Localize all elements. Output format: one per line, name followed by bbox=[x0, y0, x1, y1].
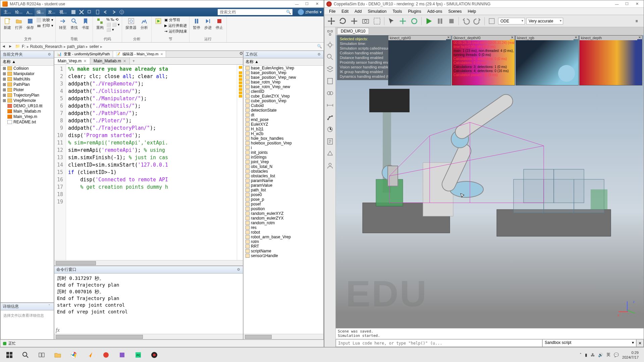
workspace-var[interactable]: base_EulerAngles_Vrep bbox=[244, 66, 323, 70]
pane-menu-icon[interactable]: ⊙ bbox=[236, 267, 241, 272]
maximize-button[interactable]: ☐ bbox=[302, 1, 312, 7]
close-button[interactable]: ✕ bbox=[312, 1, 322, 7]
scene-tab[interactable]: DEMO_UR10 bbox=[337, 28, 369, 35]
bookmark-button[interactable]: 书签 bbox=[80, 17, 91, 31]
cut-icon[interactable] bbox=[79, 9, 84, 15]
workspace-var[interactable]: inStrings bbox=[244, 155, 323, 160]
paste-icon[interactable] bbox=[95, 9, 100, 15]
camera-button[interactable] bbox=[361, 16, 371, 26]
app-taskbar-button[interactable] bbox=[114, 348, 130, 362]
workspace-var[interactable]: paramValue bbox=[244, 183, 323, 188]
workspace-var[interactable]: random_eulerXYZ bbox=[244, 211, 323, 216]
print-button[interactable]: 打印 ▾ bbox=[37, 23, 53, 28]
workspace-var[interactable]: cube_EulerZYX_Vrep bbox=[244, 94, 323, 99]
close-icon[interactable]: ✕ bbox=[84, 59, 87, 63]
step-button[interactable]: 步进 bbox=[203, 17, 213, 31]
workspace-var[interactable]: robot bbox=[244, 230, 323, 235]
menu-add-ons[interactable]: Add-ons bbox=[425, 8, 445, 14]
workspace-var[interactable]: hole_box_handles bbox=[244, 136, 323, 141]
system-tray[interactable]: ˄ ▮ 🖧 🔊 英 💬 0:29 2024/7/17 bbox=[576, 350, 643, 360]
workspace-pane-title[interactable]: 工作区⊙ bbox=[244, 51, 323, 58]
find-button[interactable]: 查找 bbox=[69, 17, 79, 31]
tab-plots[interactable]: 绘... bbox=[13, 8, 24, 16]
workspace-var[interactable]: sensor1Handle bbox=[244, 253, 323, 258]
close-icon[interactable]: ✕ bbox=[160, 52, 163, 56]
code-fmt-row1[interactable]: % ‰ ⟲ bbox=[106, 17, 120, 22]
menu-simulation[interactable]: Simulation bbox=[365, 8, 389, 14]
menu-scenes[interactable]: Scenes bbox=[446, 8, 465, 14]
move-obj-button[interactable] bbox=[398, 16, 408, 26]
folder-item[interactable]: ⊞TrajectoryPlan bbox=[1, 93, 54, 98]
workspace-var[interactable]: pose0 bbox=[244, 192, 323, 197]
file-item[interactable]: Main_Vrep.m bbox=[1, 114, 54, 119]
file-item[interactable]: Main_Matlab.m bbox=[1, 109, 54, 114]
close-icon[interactable]: ✕ bbox=[446, 36, 451, 39]
workspace-var[interactable]: clientID bbox=[244, 89, 323, 94]
folder-column-header[interactable]: 名称 ▲ bbox=[1, 58, 54, 66]
marker-column[interactable] bbox=[237, 65, 243, 260]
breadcrumb-2[interactable]: path_plan bbox=[67, 44, 85, 49]
variable-tab[interactable]: 📊 变量 - uniformlySimplifyPath bbox=[54, 51, 113, 57]
editor-file-tab-2[interactable]: Main_Matlab.m✕ bbox=[90, 58, 130, 64]
workspace-var[interactable]: dt bbox=[244, 113, 323, 117]
explorer-button[interactable]: 探查器 bbox=[124, 17, 138, 31]
workspace-var[interactable]: res bbox=[244, 225, 323, 230]
gear-icon[interactable] bbox=[326, 41, 334, 49]
analyze-button[interactable]: 分析 bbox=[139, 17, 149, 31]
command-window[interactable]: 历时 0.317297 秒。End of Trajectory plan历时 0… bbox=[54, 274, 243, 326]
path-search-icon[interactable]: 🔍 bbox=[317, 44, 322, 49]
workspace-var[interactable]: detectionState bbox=[244, 108, 323, 113]
help-icon[interactable]: ? bbox=[119, 9, 124, 15]
windows-taskbar[interactable]: PC ˄ ▮ 🖧 🔊 英 💬 0:29 2024/7/17 bbox=[0, 347, 644, 362]
maximize-button[interactable]: ☐ bbox=[622, 1, 632, 7]
workspace-var[interactable]: base_position_Vrep bbox=[244, 70, 323, 75]
open-button[interactable]: 打开 bbox=[14, 17, 24, 31]
save-button[interactable]: 保存 bbox=[25, 17, 35, 31]
ws-hscroll[interactable] bbox=[244, 334, 323, 339]
workspace-list[interactable]: base_EulerAngles_Vrepbase_position_Vrepb… bbox=[244, 66, 323, 334]
code-fmt-row3[interactable]: ⬜ ▾ bbox=[106, 27, 120, 32]
workspace-var[interactable]: EulerXYZ bbox=[244, 122, 323, 127]
stop-sim-button[interactable] bbox=[446, 16, 457, 26]
folder-item[interactable]: ⊞Manipulator bbox=[1, 71, 54, 76]
add-tab-button[interactable]: + bbox=[130, 58, 138, 64]
workspace-var[interactable]: H_b2j1 bbox=[244, 127, 323, 131]
pane-menu-icon[interactable]: ⊙ bbox=[239, 51, 243, 57]
hierarchy-button[interactable] bbox=[326, 28, 334, 37]
folder-item[interactable]: ⊞Ploter bbox=[1, 87, 54, 93]
pause-button[interactable]: 暂停 bbox=[192, 17, 202, 31]
workspace-var[interactable]: random_rotm bbox=[244, 221, 323, 225]
accuracy-select[interactable]: Very accurate bbox=[526, 18, 563, 24]
battery-icon[interactable]: ▮ bbox=[585, 353, 587, 357]
folder-item[interactable]: ⊞VrepRemote bbox=[1, 98, 54, 103]
shape-button[interactable] bbox=[326, 149, 334, 158]
workspace-var[interactable]: scriptName bbox=[244, 249, 323, 253]
refactor-button[interactable]: 重构 bbox=[95, 17, 105, 31]
warning-marker-icon[interactable] bbox=[239, 66, 242, 69]
run-to-end-button[interactable]: ⇥ 运行到结束 bbox=[164, 28, 187, 34]
workspace-var[interactable]: base_rotm_Vrep_new bbox=[244, 84, 323, 89]
tab-publish[interactable]: 发... bbox=[46, 8, 57, 16]
rotate-obj-button[interactable] bbox=[409, 16, 419, 26]
dynamics-button[interactable] bbox=[326, 125, 334, 134]
pycharm-taskbar-button[interactable]: PC bbox=[130, 348, 146, 362]
close-icon[interactable]: ✕ bbox=[574, 36, 578, 39]
path-bar[interactable]: ◄ ► 📁 F:▸ Robots_Research▸ path_plan▸ se… bbox=[0, 43, 324, 51]
editor-hscroll[interactable] bbox=[54, 260, 243, 265]
coppelia-titlebar[interactable]: CoppeliaSim Edu - DEMO_UR10 - rendering:… bbox=[324, 0, 644, 8]
breadcrumb-3[interactable]: seller bbox=[89, 44, 99, 49]
workspace-var[interactable]: position bbox=[244, 206, 323, 211]
select-button[interactable] bbox=[386, 16, 396, 26]
toolbar-more-button[interactable]: ≡ bbox=[632, 16, 642, 26]
pane-menu-icon[interactable]: ⊙ bbox=[47, 52, 52, 57]
rotate-button[interactable] bbox=[338, 16, 348, 26]
notification-icon[interactable]: 💬 bbox=[614, 353, 619, 357]
search-model-button[interactable] bbox=[326, 53, 334, 61]
user-menu[interactable]: zhenfei ▾ bbox=[298, 9, 322, 15]
search-taskbar-button[interactable] bbox=[17, 348, 34, 362]
start-button[interactable] bbox=[1, 348, 17, 362]
close-icon[interactable]: ✕ bbox=[636, 339, 644, 347]
save-icon[interactable] bbox=[71, 9, 76, 15]
redo-button[interactable] bbox=[472, 16, 482, 26]
menu-help[interactable]: Help bbox=[465, 8, 479, 14]
